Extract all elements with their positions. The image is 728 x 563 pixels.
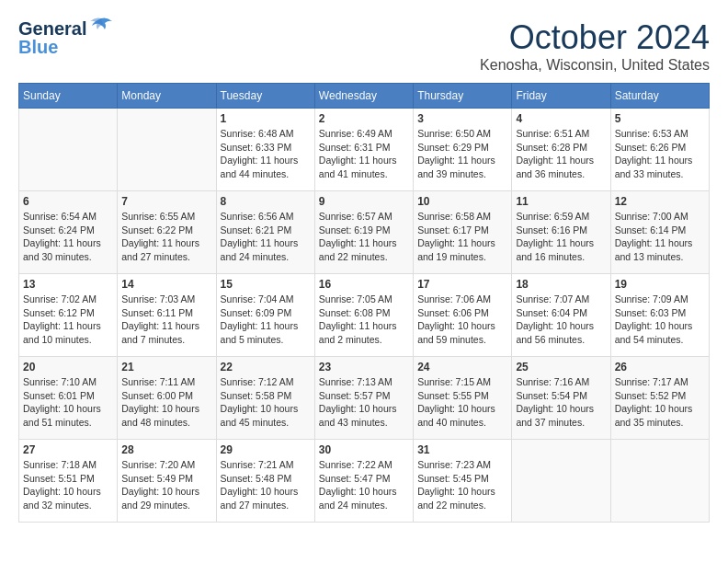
day-content: Sunrise: 6:58 AM Sunset: 6:17 PM Dayligh…	[417, 210, 507, 264]
calendar-cell: 24Sunrise: 7:15 AM Sunset: 5:55 PM Dayli…	[414, 357, 512, 440]
calendar-week-row: 20Sunrise: 7:10 AM Sunset: 6:01 PM Dayli…	[19, 357, 710, 440]
calendar-cell: 4Sunrise: 6:51 AM Sunset: 6:28 PM Daylig…	[512, 109, 610, 191]
calendar-cell: 28Sunrise: 7:20 AM Sunset: 5:49 PM Dayli…	[118, 440, 216, 523]
day-content: Sunrise: 6:48 AM Sunset: 6:33 PM Dayligh…	[221, 127, 311, 181]
logo: General Blue	[18, 18, 114, 57]
day-content: Sunrise: 7:11 AM Sunset: 6:00 PM Dayligh…	[121, 375, 211, 430]
day-content: Sunrise: 7:04 AM Sunset: 6:09 PM Dayligh…	[221, 293, 311, 347]
day-number: 26	[615, 361, 705, 373]
day-of-week-header: Monday	[118, 84, 216, 109]
logo-blue: Blue	[18, 37, 114, 57]
calendar-cell: 6Sunrise: 6:54 AM Sunset: 6:24 PM Daylig…	[19, 191, 118, 274]
page: General Blue October 2024 Kenosha, Wisco…	[0, 0, 728, 532]
calendar-cell: 30Sunrise: 7:22 AM Sunset: 5:47 PM Dayli…	[314, 440, 413, 523]
day-number: 4	[516, 112, 606, 125]
day-content: Sunrise: 7:23 AM Sunset: 5:45 PM Dayligh…	[417, 458, 507, 512]
day-number: 20	[23, 361, 113, 373]
day-number: 12	[615, 195, 705, 208]
calendar-cell: 3Sunrise: 6:50 AM Sunset: 6:29 PM Daylig…	[414, 109, 512, 191]
calendar-cell: 10Sunrise: 6:58 AM Sunset: 6:17 PM Dayli…	[414, 191, 512, 274]
day-content: Sunrise: 7:20 AM Sunset: 5:49 PM Dayligh…	[121, 458, 211, 512]
calendar-cell: 1Sunrise: 6:48 AM Sunset: 6:33 PM Daylig…	[216, 109, 314, 191]
day-of-week-header: Friday	[512, 84, 610, 109]
day-content: Sunrise: 6:53 AM Sunset: 6:26 PM Dayligh…	[615, 127, 705, 181]
calendar-cell: 29Sunrise: 7:21 AM Sunset: 5:48 PM Dayli…	[216, 440, 314, 523]
calendar-week-row: 27Sunrise: 7:18 AM Sunset: 5:51 PM Dayli…	[19, 440, 710, 523]
day-of-week-header: Tuesday	[216, 84, 314, 109]
day-number: 14	[121, 278, 211, 291]
logo-bird-icon	[88, 17, 114, 37]
calendar-cell: 12Sunrise: 7:00 AM Sunset: 6:14 PM Dayli…	[610, 191, 709, 274]
calendar-cell: 18Sunrise: 7:07 AM Sunset: 6:04 PM Dayli…	[512, 274, 610, 357]
day-number: 11	[516, 195, 606, 208]
calendar-cell: 5Sunrise: 6:53 AM Sunset: 6:26 PM Daylig…	[610, 109, 709, 191]
calendar-cell: 14Sunrise: 7:03 AM Sunset: 6:11 PM Dayli…	[118, 274, 216, 357]
day-content: Sunrise: 7:13 AM Sunset: 5:57 PM Dayligh…	[319, 375, 409, 430]
day-content: Sunrise: 6:49 AM Sunset: 6:31 PM Dayligh…	[319, 127, 409, 181]
day-number: 17	[417, 278, 507, 291]
day-number: 25	[516, 361, 606, 373]
title-section: October 2024 Kenosha, Wisconsin, United …	[480, 18, 710, 74]
day-content: Sunrise: 7:00 AM Sunset: 6:14 PM Dayligh…	[615, 210, 705, 264]
day-number: 7	[121, 195, 211, 208]
calendar-cell: 2Sunrise: 6:49 AM Sunset: 6:31 PM Daylig…	[314, 109, 413, 191]
day-content: Sunrise: 6:59 AM Sunset: 6:16 PM Dayligh…	[516, 210, 606, 264]
calendar-cell: 31Sunrise: 7:23 AM Sunset: 5:45 PM Dayli…	[414, 440, 512, 523]
calendar-body: 1Sunrise: 6:48 AM Sunset: 6:33 PM Daylig…	[19, 109, 710, 523]
header: General Blue October 2024 Kenosha, Wisco…	[18, 18, 710, 74]
day-number: 29	[221, 443, 311, 456]
day-content: Sunrise: 7:12 AM Sunset: 5:58 PM Dayligh…	[221, 375, 311, 430]
day-number: 16	[319, 278, 409, 291]
calendar-table: SundayMondayTuesdayWednesdayThursdayFrid…	[18, 83, 710, 523]
day-of-week-header: Thursday	[414, 84, 512, 109]
day-number: 24	[417, 361, 507, 373]
day-number: 31	[417, 443, 507, 456]
day-content: Sunrise: 6:57 AM Sunset: 6:19 PM Dayligh…	[319, 210, 409, 264]
day-number: 6	[23, 195, 113, 208]
calendar-cell: 13Sunrise: 7:02 AM Sunset: 6:12 PM Dayli…	[19, 274, 118, 357]
day-number: 1	[221, 112, 311, 125]
calendar-header-row: SundayMondayTuesdayWednesdayThursdayFrid…	[19, 84, 710, 109]
day-number: 18	[516, 278, 606, 291]
calendar-cell	[512, 440, 610, 523]
calendar-cell: 9Sunrise: 6:57 AM Sunset: 6:19 PM Daylig…	[314, 191, 413, 274]
day-content: Sunrise: 6:55 AM Sunset: 6:22 PM Dayligh…	[121, 210, 211, 264]
calendar-cell: 20Sunrise: 7:10 AM Sunset: 6:01 PM Dayli…	[19, 357, 118, 440]
day-number: 27	[23, 443, 113, 456]
calendar-cell: 8Sunrise: 6:56 AM Sunset: 6:21 PM Daylig…	[216, 191, 314, 274]
day-of-week-header: Saturday	[610, 84, 709, 109]
calendar-cell: 19Sunrise: 7:09 AM Sunset: 6:03 PM Dayli…	[610, 274, 709, 357]
calendar-cell: 16Sunrise: 7:05 AM Sunset: 6:08 PM Dayli…	[314, 274, 413, 357]
month-title: October 2024	[480, 18, 710, 57]
day-number: 21	[121, 361, 211, 373]
calendar-week-row: 13Sunrise: 7:02 AM Sunset: 6:12 PM Dayli…	[19, 274, 710, 357]
day-content: Sunrise: 7:16 AM Sunset: 5:54 PM Dayligh…	[516, 375, 606, 430]
day-number: 30	[319, 443, 409, 456]
calendar-cell: 27Sunrise: 7:18 AM Sunset: 5:51 PM Dayli…	[19, 440, 118, 523]
day-number: 22	[221, 361, 311, 373]
day-content: Sunrise: 7:10 AM Sunset: 6:01 PM Dayligh…	[23, 375, 113, 430]
calendar-week-row: 6Sunrise: 6:54 AM Sunset: 6:24 PM Daylig…	[19, 191, 710, 274]
day-number: 5	[615, 112, 705, 125]
calendar-cell	[19, 109, 118, 191]
calendar-cell: 17Sunrise: 7:06 AM Sunset: 6:06 PM Dayli…	[414, 274, 512, 357]
day-content: Sunrise: 7:09 AM Sunset: 6:03 PM Dayligh…	[615, 293, 705, 347]
day-content: Sunrise: 7:18 AM Sunset: 5:51 PM Dayligh…	[23, 458, 113, 512]
calendar-cell: 21Sunrise: 7:11 AM Sunset: 6:00 PM Dayli…	[118, 357, 216, 440]
calendar-cell: 25Sunrise: 7:16 AM Sunset: 5:54 PM Dayli…	[512, 357, 610, 440]
day-number: 9	[319, 195, 409, 208]
day-content: Sunrise: 7:03 AM Sunset: 6:11 PM Dayligh…	[121, 293, 211, 347]
day-content: Sunrise: 7:17 AM Sunset: 5:52 PM Dayligh…	[615, 375, 705, 430]
day-of-week-header: Sunday	[19, 84, 118, 109]
day-content: Sunrise: 7:07 AM Sunset: 6:04 PM Dayligh…	[516, 293, 606, 347]
day-content: Sunrise: 7:06 AM Sunset: 6:06 PM Dayligh…	[417, 293, 507, 347]
day-number: 3	[417, 112, 507, 125]
calendar-cell	[118, 109, 216, 191]
calendar-cell: 7Sunrise: 6:55 AM Sunset: 6:22 PM Daylig…	[118, 191, 216, 274]
calendar-cell: 23Sunrise: 7:13 AM Sunset: 5:57 PM Dayli…	[314, 357, 413, 440]
day-content: Sunrise: 7:05 AM Sunset: 6:08 PM Dayligh…	[319, 293, 409, 347]
day-content: Sunrise: 6:54 AM Sunset: 6:24 PM Dayligh…	[23, 210, 113, 264]
day-number: 19	[615, 278, 705, 291]
day-number: 2	[319, 112, 409, 125]
day-number: 10	[417, 195, 507, 208]
